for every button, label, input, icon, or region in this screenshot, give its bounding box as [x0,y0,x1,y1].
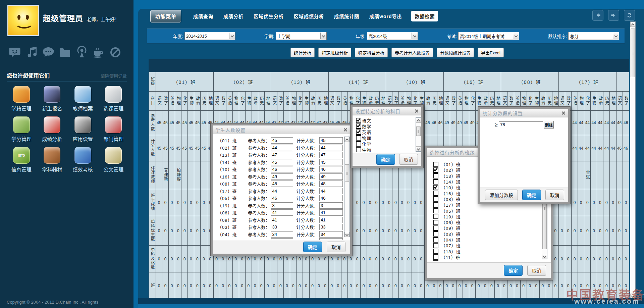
scroll-up-icon[interactable] [630,22,635,27]
comments-icon[interactable] [42,46,54,58]
scroll-thumb[interactable] [345,164,349,182]
class-checkbox-item[interactable]: （12）班 [433,260,540,261]
sidebar-app-item[interactable]: 新生报名 [37,86,68,112]
ref-count-input[interactable] [271,231,293,238]
sidebar-app-item[interactable]: 选课管理 [98,86,129,112]
ref-count-input[interactable] [271,224,293,230]
checkbox[interactable] [433,208,438,213]
checkbox[interactable] [356,118,361,123]
menu-tab[interactable]: 成绩分析 [223,13,244,19]
action-button[interactable]: 参考计分人数设置 [391,48,433,57]
fin-count-input[interactable] [319,173,343,180]
subject-checkbox-item[interactable]: 生物 [356,147,413,153]
subject-checkbox-item[interactable]: 物理 [356,135,413,141]
class-checkbox-item[interactable]: （19）班 [433,214,540,219]
checkbox[interactable] [433,243,438,248]
sidebar-app-item[interactable]: 学科器材 [37,147,68,173]
menu-tab[interactable]: 区域成绩分析 [294,13,324,19]
main-scrollbar[interactable] [630,21,636,299]
ref-count-input[interactable] [271,159,293,165]
dialog-scrollbar[interactable] [416,117,421,152]
checkbox[interactable] [433,179,438,185]
ref-count-input[interactable] [271,188,293,194]
sidebar-app-item[interactable]: 成绩分析 [37,116,68,142]
class-checkbox-item[interactable]: （03）班 [433,231,540,237]
cancel-button[interactable]: 取消 [545,190,564,200]
menu-tab[interactable]: 成绩查询 [193,13,213,19]
cancel-button[interactable]: 取消 [399,154,418,165]
ok-button[interactable]: 确定 [522,190,541,200]
filter-select[interactable]: 总分 [568,32,619,40]
scroll-down-icon[interactable] [542,254,547,259]
checkbox[interactable] [356,130,361,135]
coffee-icon[interactable] [93,46,105,58]
menu-tab[interactable]: 成绩word导出 [369,13,402,19]
filter-select[interactable]: 上学期 [276,32,327,40]
subject-checkbox-item[interactable]: 数学 [356,123,413,130]
sidebar-app-item[interactable]: 教师档案 [67,86,98,112]
class-checkbox-item[interactable]: （05）班 [433,208,540,213]
scroll-down-icon[interactable] [344,232,350,237]
broadcast-icon[interactable] [76,46,88,58]
ref-count-input[interactable] [271,181,293,187]
subject-checkbox-item[interactable]: 英语 [356,129,413,135]
action-button[interactable]: 特定班级分析 [318,48,351,57]
fin-count-input[interactable] [319,217,343,223]
sidebar-app-item[interactable]: 公文管理 [98,147,129,173]
checkbox[interactable] [433,225,438,231]
checkbox[interactable] [433,237,438,243]
class-checkbox-item[interactable]: （18）班 [433,248,540,254]
tab-data-search[interactable]: 数据检索 [411,11,438,21]
forward-button[interactable] [608,10,619,21]
filter-select[interactable]: 高2014级上期期末考试 [458,32,519,40]
action-button[interactable]: 导出Excel [478,48,504,57]
fin-count-input[interactable] [319,188,343,194]
sidebar-app-item[interactable]: 部门管理 [98,116,129,142]
delete-button[interactable]: 删除 [544,121,554,129]
scroll-up-icon[interactable] [344,137,350,142]
scroll-down-icon[interactable] [416,146,421,151]
action-button[interactable]: 特定科目分析 [355,48,388,57]
sidebar-app-item[interactable]: 应用设置 [67,116,98,142]
message-icon[interactable] [9,46,21,58]
checkbox[interactable] [433,191,438,196]
class-checkbox-item[interactable]: （06）班 [433,219,540,225]
cancel-button[interactable]: 取消 [527,265,546,276]
refresh-button[interactable] [624,10,635,21]
fin-count-input[interactable] [319,137,343,144]
sidebar-app-item[interactable]: 学籍管理 [6,86,37,112]
ref-count-input[interactable] [271,217,293,223]
ok-button[interactable]: 确定 [376,154,395,165]
menu-tab[interactable]: 区域优生分析 [254,13,284,19]
close-icon[interactable] [415,109,419,113]
checkbox[interactable] [433,173,438,178]
action-button[interactable]: 分数段统计设置 [437,48,474,57]
fin-count-input[interactable] [319,209,343,216]
sidebar-app-item[interactable]: 绩效考核 [67,147,98,173]
filter-select[interactable]: 2014-2015 [184,32,235,40]
back-button[interactable] [592,10,603,21]
fin-count-input[interactable] [319,166,343,172]
menu-tab[interactable]: 成绩统计图 [334,13,359,19]
checkbox[interactable] [433,167,438,173]
ref-count-input[interactable] [271,145,293,151]
checkbox[interactable] [433,214,438,219]
dialog-titlebar[interactable]: 统计分数段的设置 [480,109,568,117]
fin-count-input[interactable] [319,224,343,230]
ref-count-input[interactable] [271,195,293,201]
checkbox[interactable] [433,249,438,254]
cancel-button[interactable]: 取消 [327,242,345,252]
fin-count-input[interactable] [319,145,343,151]
scroll-thumb[interactable] [416,126,421,136]
checkbox[interactable] [356,141,361,147]
checkbox[interactable] [433,185,438,190]
dialog-scrollbar[interactable] [344,137,350,237]
ref-count-input[interactable] [271,202,293,209]
fin-count-input[interactable] [319,152,343,158]
scroll-thumb[interactable] [631,29,635,77]
ref-count-input[interactable] [271,137,293,144]
checkbox[interactable] [433,260,438,261]
dialog-titlebar[interactable]: 设置特定分析的科目 [353,107,421,115]
scroll-up-icon[interactable] [416,118,421,123]
class-checkbox-item[interactable]: （09）班 [433,225,540,231]
